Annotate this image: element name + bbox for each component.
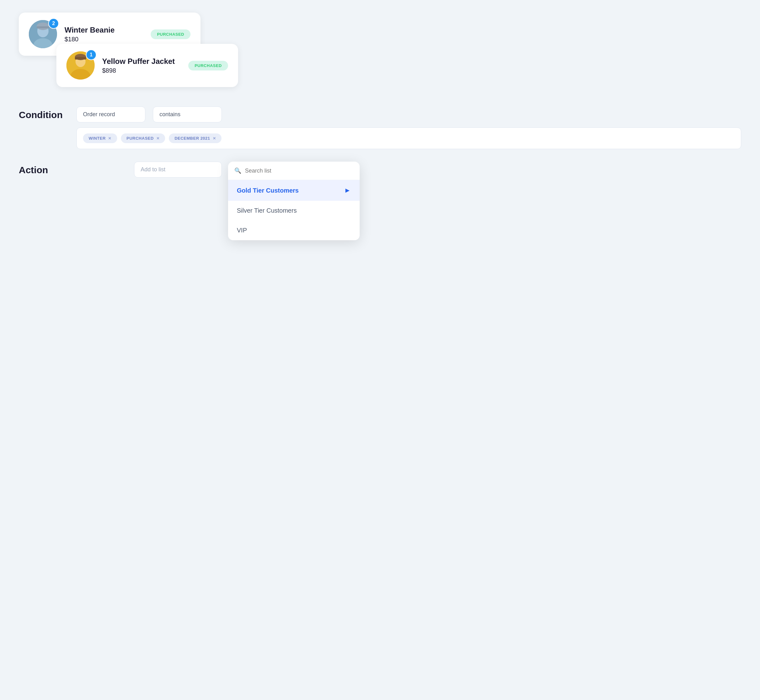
product-info-front: Yellow Puffer Jacket $898 — [102, 57, 181, 74]
list-dropdown: 🔍 Gold Tier Customers ► Silver Tier Cust… — [228, 162, 360, 240]
dropdown-container: 🔍 Gold Tier Customers ► Silver Tier Cust… — [228, 162, 360, 240]
action-section: Action Add to list 🔍 Gold Tier Customers… — [19, 162, 741, 240]
avatar-wrap-back: 2 — [29, 20, 57, 48]
condition-row: Condition Order record contains — [19, 106, 741, 122]
dropdown-item-silver-label: Silver Tier Customers — [237, 207, 297, 214]
action-field[interactable]: Add to list — [134, 162, 222, 178]
dropdown-item-vip-label: VIP — [237, 227, 247, 234]
search-list-input[interactable] — [245, 167, 353, 174]
product-name-back: Winter Beanie — [64, 26, 143, 34]
tag-purchased-label: PURCHASED — [127, 136, 154, 141]
product-info-back: Winter Beanie $180 — [64, 26, 143, 43]
tag-december-close[interactable]: ✕ — [213, 136, 216, 141]
tag-december[interactable]: DECEMBER 2021 ✕ — [169, 133, 222, 143]
condition-field1[interactable]: Order record — [77, 106, 145, 122]
badge-front: 1 — [86, 50, 97, 60]
tag-december-label: DECEMBER 2021 — [175, 136, 210, 141]
badge-back: 2 — [48, 18, 59, 29]
tag-winter[interactable]: WINTER ✕ — [83, 133, 117, 143]
product-name-front: Yellow Puffer Jacket — [102, 57, 181, 66]
svg-rect-4 — [37, 26, 49, 28]
condition-label: Condition — [19, 106, 69, 120]
status-badge-front: PURCHASED — [188, 61, 228, 70]
action-row: Action Add to list 🔍 Gold Tier Customers… — [19, 162, 741, 240]
tag-winter-label: WINTER — [89, 136, 106, 141]
condition-field2[interactable]: contains — [153, 106, 222, 122]
tag-winter-close[interactable]: ✕ — [108, 136, 111, 141]
search-icon: 🔍 — [235, 167, 241, 174]
tag-purchased[interactable]: PURCHASED ✕ — [121, 133, 165, 143]
product-cards-area: 2 Winter Beanie $180 PURCHASED 1 Y — [19, 12, 741, 94]
product-card-yellow-jacket: 1 Yellow Puffer Jacket $898 PURCHASED — [56, 44, 238, 87]
product-price-front: $898 — [102, 67, 181, 74]
product-price-back: $180 — [64, 36, 143, 43]
condition-tags-row: WINTER ✕ PURCHASED ✕ DECEMBER 2021 ✕ — [77, 128, 741, 149]
dropdown-search-row: 🔍 — [228, 162, 360, 180]
dropdown-item-gold-label: Gold Tier Customers — [237, 187, 299, 194]
condition-section: Condition Order record contains WINTER ✕… — [19, 106, 741, 149]
action-label: Action — [19, 162, 69, 175]
status-badge-back: PURCHASED — [151, 30, 191, 39]
dropdown-item-vip[interactable]: VIP — [228, 220, 360, 240]
dropdown-item-gold[interactable]: Gold Tier Customers ► — [228, 180, 360, 201]
dropdown-item-silver[interactable]: Silver Tier Customers — [228, 201, 360, 220]
cursor-arrow-icon: ► — [344, 186, 351, 194]
svg-rect-9 — [75, 57, 86, 59]
tag-purchased-close[interactable]: ✕ — [156, 136, 160, 141]
action-content: Add to list 🔍 Gold Tier Customers ► Silv… — [134, 162, 360, 240]
avatar-wrap-front: 1 — [66, 52, 95, 80]
